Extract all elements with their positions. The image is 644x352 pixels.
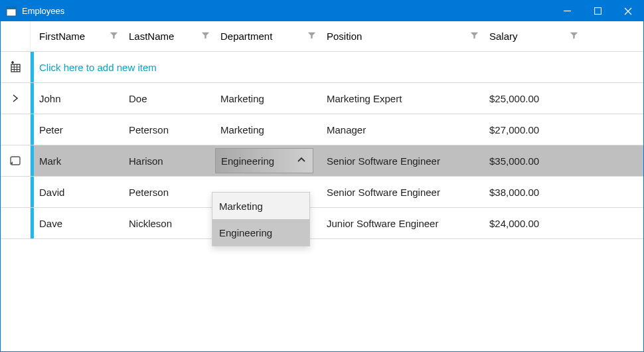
dropdown-option-label: Engineering [219, 227, 272, 238]
row-indicator [1, 114, 31, 145]
row-indicator [1, 177, 31, 207]
column-header-salary[interactable]: Salary [484, 21, 584, 51]
cell-lastname: Peterson [129, 124, 169, 135]
add-new-icon [1, 52, 31, 82]
close-button[interactable] [613, 1, 643, 21]
table-row[interactable]: John Doe Marketing Marketing Expert $25,… [1, 83, 643, 114]
cell-firstname: David [39, 187, 64, 198]
table-row[interactable]: Dave Nickleson Engineering Junior Softwa… [1, 208, 643, 239]
filter-icon[interactable] [201, 31, 210, 42]
combobox-value: Engineering [221, 155, 274, 167]
row-indicator [1, 208, 31, 238]
cell-position: Senior Software Engineer [327, 155, 440, 167]
svg-rect-3 [594, 8, 601, 15]
edit-row-indicator [1, 145, 31, 176]
department-combo-cell[interactable]: Engineering [215, 145, 321, 176]
cell-lastname: Doe [129, 93, 147, 104]
cell-lastname: Harison [129, 155, 163, 167]
cell-lastname: Peterson [129, 187, 169, 198]
filter-icon[interactable] [470, 31, 479, 42]
table-row-selected[interactable]: Mark Harison Engineering Senior Software… [1, 145, 643, 177]
column-label: FirstName [39, 31, 85, 42]
cell-firstname: John [39, 93, 61, 104]
data-grid: FirstName LastName Department Position S… [1, 21, 643, 239]
cell-department: Marketing [220, 124, 264, 135]
window-title: Employees [22, 6, 64, 16]
column-header-lastname[interactable]: LastName [123, 21, 215, 51]
column-label: Department [220, 31, 272, 42]
filter-icon[interactable] [110, 31, 118, 42]
table-row[interactable]: David Peterson Engineering Senior Softwa… [1, 177, 643, 208]
header-row: FirstName LastName Department Position S… [1, 21, 643, 52]
row-header-blank [1, 21, 31, 51]
cell-salary: $38,000.00 [489, 187, 539, 198]
title-bar: Employees [1, 1, 643, 21]
add-new-label: Click here to add new item [39, 62, 157, 73]
add-new-row[interactable]: Click here to add new item [1, 52, 643, 83]
cell-department: Marketing [220, 93, 264, 104]
cell-salary: $27,000.00 [489, 124, 539, 135]
cell-position: Junior Software Engineer [327, 218, 438, 229]
cell-salary: $25,000.00 [489, 93, 539, 104]
column-label: Salary [489, 31, 518, 42]
column-header-firstname[interactable]: FirstName [34, 21, 123, 51]
svg-rect-1 [7, 7, 16, 9]
department-combobox[interactable]: Engineering [215, 148, 313, 173]
column-header-department[interactable]: Department [215, 21, 321, 51]
cell-salary: $35,000.00 [489, 155, 539, 167]
cell-firstname: Peter [39, 124, 63, 135]
cell-salary: $24,000.00 [489, 218, 539, 229]
minimize-button[interactable] [552, 1, 582, 21]
cell-firstname: Dave [39, 218, 62, 229]
cell-position: Manager [327, 124, 366, 135]
column-header-position[interactable]: Position [321, 21, 484, 51]
svg-rect-6 [11, 64, 20, 72]
column-label: Position [327, 31, 362, 42]
app-icon [6, 6, 17, 17]
column-label: LastName [129, 31, 174, 42]
dropdown-option[interactable]: Marketing [212, 193, 309, 219]
cell-lastname: Nickleson [129, 218, 172, 229]
filter-icon[interactable] [570, 31, 578, 42]
cell-position: Marketing Expert [327, 93, 402, 104]
dropdown-option-label: Marketing [219, 201, 263, 212]
cell-firstname: Mark [39, 155, 61, 167]
department-dropdown[interactable]: Marketing Engineering [212, 192, 310, 246]
cell-position: Senior Software Engineer [327, 187, 440, 198]
chevron-up-icon [297, 155, 306, 167]
dropdown-option-selected[interactable]: Engineering [212, 219, 309, 246]
current-row-indicator [1, 83, 31, 114]
table-row[interactable]: Peter Peterson Marketing Manager $27,000… [1, 114, 643, 145]
filter-icon[interactable] [307, 31, 316, 42]
maximize-button[interactable] [582, 1, 613, 21]
